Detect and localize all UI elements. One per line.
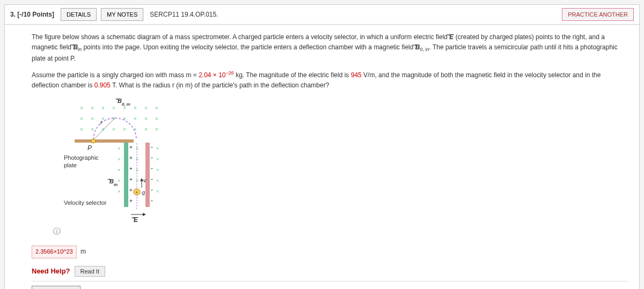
diagram: ×××××××× ×××××××× ×××××××× r P bbox=[32, 97, 628, 237]
svg-text:-: - bbox=[151, 186, 153, 194]
svg-text:×: × bbox=[155, 127, 158, 132]
vector-Bin: ⃗B bbox=[73, 43, 78, 51]
svg-text:×: × bbox=[155, 105, 158, 111]
svg-text:-: - bbox=[151, 143, 153, 151]
mass-base: 2.04 × 10 bbox=[199, 71, 225, 79]
right-plate bbox=[145, 143, 150, 207]
svg-text:×: × bbox=[156, 178, 159, 183]
answer-unit: m bbox=[80, 248, 86, 255]
svg-text:×: × bbox=[156, 157, 159, 162]
need-help-row: Need Help? Read It bbox=[32, 266, 628, 277]
svg-text:×: × bbox=[134, 105, 137, 111]
svg-text:×: × bbox=[123, 116, 126, 122]
svg-text:×: × bbox=[80, 105, 83, 111]
mass-value: 2.04 × 10−26 bbox=[199, 71, 234, 79]
svg-text:×: × bbox=[136, 146, 138, 151]
my-notes-button[interactable]: MY NOTES bbox=[101, 8, 143, 21]
submit-answer-button[interactable]: Submit Answer bbox=[32, 286, 80, 289]
prompt-text: points into the page. Upon exiting the v… bbox=[82, 43, 415, 51]
plus-column: ++++++ bbox=[129, 144, 133, 204]
svg-text:×: × bbox=[112, 105, 115, 111]
svg-text:×: × bbox=[144, 116, 148, 122]
svg-text:×: × bbox=[101, 105, 105, 111]
svg-text:×: × bbox=[136, 167, 138, 173]
svg-text:×: × bbox=[91, 105, 94, 111]
svg-text:×: × bbox=[112, 127, 115, 132]
svg-text:×: × bbox=[118, 189, 120, 194]
mass-spectrometer-svg: ×××××××× ×××××××× ×××××××× r P bbox=[32, 97, 257, 225]
bfield-value: 0.905 bbox=[94, 81, 111, 89]
question-header: 3. [-/10 Points] DETAILS MY NOTES SERCP1… bbox=[5, 5, 639, 25]
svg-text:×: × bbox=[156, 146, 159, 151]
svg-text:×: × bbox=[118, 167, 120, 173]
svg-text:+: + bbox=[129, 144, 133, 150]
saved-work-text: Viewing Saved Work Revert to Last Respon… bbox=[87, 287, 208, 289]
question-number: 3. [-/10 Points] bbox=[10, 11, 54, 18]
svg-text:+: + bbox=[129, 176, 133, 182]
svg-text:×: × bbox=[80, 127, 83, 132]
info-icon[interactable]: ⓘ bbox=[53, 227, 61, 235]
svg-text:+: + bbox=[129, 187, 133, 193]
label-velocity-selector: Velocity selector bbox=[64, 199, 107, 206]
svg-text:×: × bbox=[80, 116, 83, 122]
read-it-button[interactable]: Read It bbox=[75, 266, 105, 277]
label-q: q bbox=[142, 189, 145, 196]
svg-text:×: × bbox=[156, 189, 159, 194]
svg-text:-: - bbox=[151, 175, 153, 183]
svg-text:×: × bbox=[91, 127, 94, 132]
label-E-diagram: ⃗E bbox=[131, 216, 138, 224]
question-container: 3. [-/10 Points] DETAILS MY NOTES SERCP1… bbox=[4, 4, 640, 289]
svg-text:+: + bbox=[129, 155, 133, 161]
svg-text:×: × bbox=[136, 178, 138, 183]
minus-column: ------ bbox=[151, 143, 153, 204]
label-P: P bbox=[87, 144, 92, 152]
svg-text:+: + bbox=[129, 198, 133, 204]
svg-text:×: × bbox=[136, 157, 138, 162]
need-help-label: Need Help? bbox=[32, 266, 70, 277]
svg-text:-: - bbox=[151, 165, 153, 172]
prompt-text: The figure below shows a schematic diagr… bbox=[32, 33, 449, 41]
svg-text:×: × bbox=[118, 146, 120, 151]
problem-id: SERCP11 19.4.OP.015. bbox=[150, 11, 218, 18]
vector-Bin-letter: B bbox=[73, 43, 78, 51]
prompt-text: T. What is the radius r (in m) of the pa… bbox=[111, 81, 330, 89]
vector-B0-sub: 0, in bbox=[420, 47, 429, 53]
prompt-paragraph-2: Assume the particle is a singly charged … bbox=[32, 69, 628, 91]
svg-text:×: × bbox=[156, 167, 159, 173]
plate-rect bbox=[75, 139, 134, 143]
svg-text:×: × bbox=[91, 116, 94, 122]
prompt-paragraph-1: The figure below shows a schematic diagr… bbox=[32, 32, 628, 64]
svg-text:×: × bbox=[144, 127, 148, 132]
efield-value: 945 bbox=[351, 71, 362, 79]
svg-text:×: × bbox=[134, 116, 137, 122]
mass-exp: −26 bbox=[226, 70, 234, 76]
svg-text:-: - bbox=[151, 154, 153, 161]
prompt-text: Assume the particle is a singly charged … bbox=[32, 71, 199, 79]
svg-text:×: × bbox=[155, 116, 158, 122]
question-body: The figure below shows a schematic diagr… bbox=[5, 25, 639, 289]
vector-Bin-sub: in bbox=[78, 47, 82, 53]
svg-text:-: - bbox=[151, 197, 153, 204]
details-button[interactable]: DETAILS bbox=[61, 8, 97, 21]
prompt-text: kg. The magnitude of the electric field … bbox=[234, 71, 351, 79]
particle-plus: + bbox=[135, 190, 138, 195]
label-photographic: Photographicplate bbox=[64, 154, 99, 168]
svg-text:×: × bbox=[144, 105, 148, 111]
svg-text:×: × bbox=[123, 127, 126, 132]
point-P bbox=[91, 139, 96, 143]
svg-text:×: × bbox=[118, 178, 120, 183]
svg-text:×: × bbox=[118, 157, 120, 162]
answer-input[interactable]: 2.3566×10^23 bbox=[32, 246, 77, 258]
practice-another-button[interactable]: PRACTICE ANOTHER bbox=[562, 8, 634, 21]
label-Bin-diagram: ⃗Bin bbox=[107, 178, 118, 187]
left-plate bbox=[124, 143, 128, 207]
E-arrow-head bbox=[143, 213, 146, 216]
label-B0: ⃗B0, in bbox=[115, 98, 130, 107]
answer-row: 2.3566×10^23 m bbox=[32, 246, 628, 258]
footer-row: Submit Answer Viewing Saved Work Revert … bbox=[32, 281, 628, 289]
svg-text:+: + bbox=[129, 166, 133, 172]
